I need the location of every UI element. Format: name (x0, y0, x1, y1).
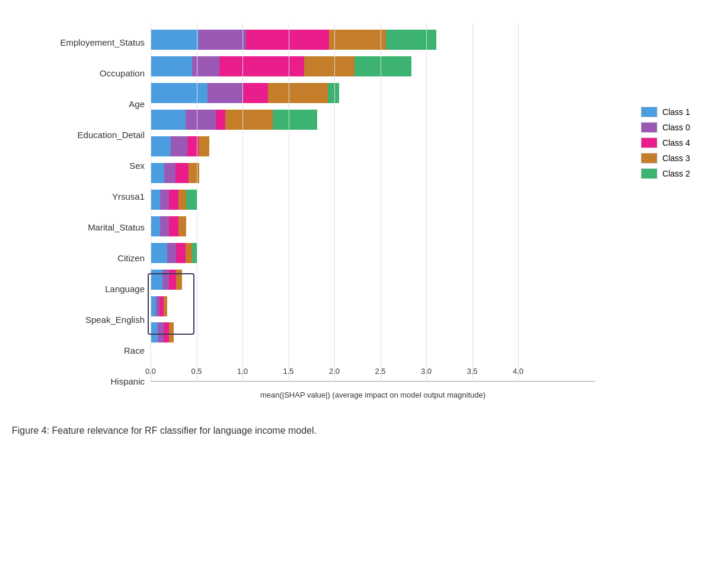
legend-color-box (641, 168, 657, 179)
legend-label: Class 1 (662, 107, 690, 117)
y-label: Language (38, 273, 145, 304)
x-tick-label: 4.0 (513, 367, 523, 376)
bar-segment (192, 243, 197, 263)
bar-segment (151, 83, 207, 103)
bar-row (151, 135, 595, 158)
bar-row (151, 28, 595, 51)
y-labels: Employement_StatusOccupationAgeEducation… (38, 24, 151, 399)
bar-segment (151, 190, 160, 210)
bar-segment (160, 216, 170, 236)
bar-segment (175, 163, 189, 183)
bar-segment (169, 322, 174, 342)
bar-segment (151, 322, 158, 342)
bar-segment (160, 190, 170, 210)
x-axis-line (151, 381, 595, 382)
y-label: Education_Detail (38, 119, 145, 150)
bar-segment (151, 216, 160, 236)
legend-label: Class 3 (662, 153, 690, 163)
legend-item: Class 3 (641, 153, 690, 164)
legend-color-box (641, 137, 657, 148)
bar-segment (329, 30, 386, 50)
bar-segment (355, 56, 411, 76)
bar-segment (151, 296, 156, 316)
x-tick-label: 1.5 (283, 367, 293, 376)
x-tick-label: 2.5 (375, 367, 385, 376)
bar-segment (171, 136, 187, 156)
bar-segment (273, 110, 317, 130)
bar-segment (207, 83, 242, 103)
bar-segment (178, 216, 187, 236)
figure-caption: Figure 4: Feature relevance for RF class… (12, 425, 716, 436)
bar-segment (199, 30, 247, 50)
bar-segment (242, 83, 268, 103)
bar-row (151, 268, 595, 291)
x-axis-ticks-container: 0.00.51.01.52.02.53.03.54.0 (151, 367, 518, 380)
x-axis-title: mean(|SHAP value|) (average impact on mo… (151, 390, 595, 399)
x-tick-label: 1.0 (237, 367, 248, 376)
y-label: Sex (38, 150, 145, 181)
legend-color-box (641, 107, 657, 117)
bar-segment (186, 110, 216, 130)
bar-row (151, 242, 595, 264)
bar-segment (176, 243, 186, 263)
bar-segment (151, 56, 192, 76)
bars-and-grid: 0.00.51.01.52.02.53.03.54.0 mean(|SHAP v… (151, 24, 595, 399)
chart-area: Employement_StatusOccupationAgeEducation… (38, 24, 690, 399)
bar-segment (151, 163, 164, 183)
bar-segment (225, 110, 273, 130)
bar-segment (151, 136, 171, 156)
bar-segment (151, 270, 162, 290)
legend-item: Class 0 (641, 122, 690, 133)
bar-segment (268, 83, 328, 103)
legend-container: Class 1Class 0Class 4Class 3Class 2 (595, 24, 690, 399)
legend-item: Class 4 (641, 137, 690, 148)
y-label: Marital_Status (38, 212, 145, 242)
bar-row (151, 321, 595, 344)
bar-row (151, 108, 595, 131)
x-tick-label: 0.0 (145, 367, 156, 376)
legend: Class 1Class 0Class 4Class 3Class 2 (641, 107, 690, 179)
y-label: Speak_English (38, 304, 145, 335)
bar-row (151, 295, 595, 318)
bar-segment (151, 243, 167, 263)
bar-segment (169, 270, 176, 290)
bar-segment (164, 163, 175, 183)
bar-segment (162, 270, 169, 290)
chart-container: Employement_StatusOccupationAgeEducation… (38, 12, 690, 411)
y-label: Citizen (38, 242, 145, 273)
x-tick-label: 3.0 (421, 367, 432, 376)
y-axis-line (151, 24, 151, 382)
y-label: Employement_Status (38, 27, 145, 57)
x-tick-label: 3.5 (467, 367, 477, 376)
y-label: Hispanic (38, 366, 145, 396)
bar-row (151, 162, 595, 184)
bar-row (151, 82, 595, 104)
bar-segment (216, 110, 225, 130)
bar-segment (164, 322, 169, 342)
bar-segment (169, 216, 178, 236)
bar-segment (219, 56, 304, 76)
bar-segment (186, 243, 192, 263)
bar-segment (167, 243, 177, 263)
bar-row (151, 188, 595, 211)
bar-segment (304, 56, 355, 76)
bar-segment (158, 322, 163, 342)
legend-color-box (641, 122, 657, 133)
bar-segment (151, 30, 199, 50)
bar-row (151, 215, 595, 238)
y-label: Occupation (38, 57, 145, 88)
bar-segment (199, 136, 210, 156)
bar-segment (192, 56, 220, 76)
bar-segment (386, 30, 436, 50)
bar-segment (169, 190, 178, 210)
y-label: Race (38, 335, 145, 366)
bar-segment (187, 136, 199, 156)
bar-segment (246, 30, 329, 50)
legend-color-box (641, 153, 657, 164)
bar-row (151, 55, 595, 78)
y-label: Yrsusa1 (38, 181, 145, 212)
x-tick-label: 2.0 (329, 367, 340, 376)
legend-label: Class 2 (662, 169, 690, 178)
y-label: Age (38, 88, 145, 119)
legend-label: Class 4 (662, 138, 690, 148)
